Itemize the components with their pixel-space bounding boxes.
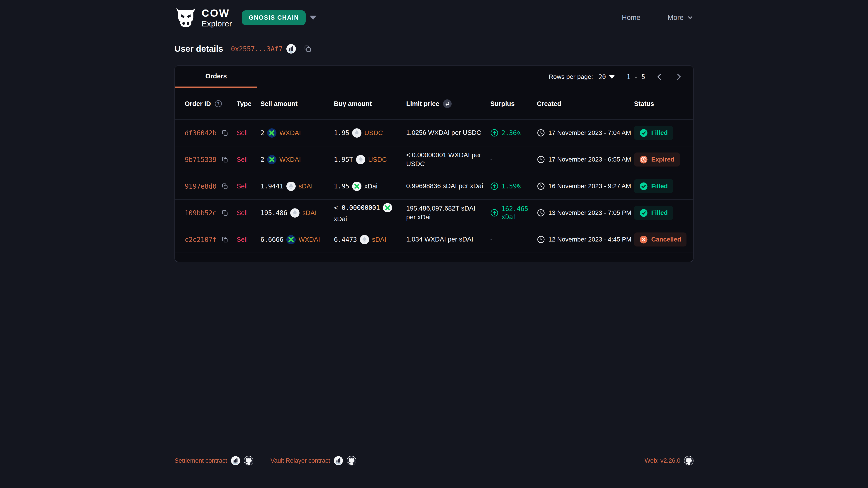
dropdown-arrow-icon: [609, 75, 615, 79]
blockscout-icon[interactable]: [334, 456, 343, 465]
column-header-surplus: Surplus: [490, 100, 537, 107]
limit-price-cell: < 0.00000001 WXDAI per USDC: [406, 151, 490, 168]
limit-price-cell: 195,486,097.682T sDAI per xDai: [406, 204, 490, 222]
buy-amount-cell: 1.95USDC: [334, 128, 406, 138]
nav-item-more[interactable]: More: [668, 13, 693, 22]
web-version-link[interactable]: Web: v2.26.0: [645, 457, 680, 464]
clock-icon: [537, 235, 545, 243]
page-range: 1 - 5: [627, 73, 645, 80]
check-circle-icon: [640, 182, 648, 191]
nav-item-home[interactable]: Home: [622, 13, 641, 22]
brand-text: COW Explorer: [202, 8, 232, 28]
order-row: c2c2107fSell6.6666WXDAI6.4473sDAI1.034 W…: [175, 226, 693, 253]
limit-price-cell: 1.0256 WXDAI per USDC: [406, 128, 490, 137]
surplus-up-icon: [490, 182, 498, 190]
order-row: 9b715339Sell2WXDAI1.95TUSDC< 0.00000001 …: [175, 147, 693, 173]
amount-value: < 0.00000001: [334, 204, 380, 212]
github-icon[interactable]: [684, 456, 693, 465]
token-usdc-link[interactable]: USDC: [364, 129, 383, 137]
status-badge: Expired: [634, 153, 680, 166]
order-id-cell: 109bb52c: [185, 209, 237, 217]
sell-amount-cell: 2WXDAI: [260, 155, 334, 164]
orders-card: Orders Rows per page: 20 1 - 5 Order ID?…: [175, 66, 693, 262]
token-wxdai-link[interactable]: WXDAI: [299, 236, 320, 243]
amount-value: 195.486: [260, 209, 287, 217]
chevron-left-icon[interactable]: [655, 72, 664, 81]
cancelled-x-icon: [640, 235, 648, 244]
invert-price-button[interactable]: [443, 99, 452, 108]
status-cell: Expired: [634, 153, 683, 166]
buy-amount-cell: 1.95xDai: [334, 182, 406, 191]
order-id-link[interactable]: df36042b: [185, 129, 217, 137]
xdai-token-icon: [352, 182, 362, 191]
chevron-right-icon[interactable]: [674, 72, 683, 81]
blockscout-explorer-link[interactable]: [283, 44, 296, 54]
column-header-status: Status: [634, 100, 683, 107]
chevron-down-icon: [687, 14, 693, 21]
amount-value: 1.95: [334, 182, 349, 190]
token-usdc-link[interactable]: USDC: [368, 156, 387, 163]
copy-address-button[interactable]: [304, 45, 312, 53]
network-badge[interactable]: GNOSIS CHAIN: [242, 10, 306, 25]
help-icon[interactable]: ?: [215, 100, 222, 107]
check-circle-icon: [640, 209, 648, 217]
order-row: 9197e8d0Sell1.9441sDAI1.95xDai0.99698836…: [175, 173, 693, 200]
copy-order-id-button[interactable]: [221, 183, 228, 190]
rows-per-page-value: 20: [598, 73, 606, 80]
rows-per-page-select[interactable]: 20: [598, 73, 615, 80]
user-address-link[interactable]: 0x2557...3Af7: [231, 45, 282, 53]
token-wxdai-link[interactable]: WXDAI: [279, 129, 301, 137]
page-footer: Settlement contract Vault Relayer contra…: [0, 456, 868, 465]
rows-per-page-label: Rows per page:: [549, 73, 593, 80]
column-header-created: Created: [537, 100, 634, 107]
copy-order-id-button[interactable]: [221, 209, 228, 217]
token-xdai-link: xDai: [364, 183, 377, 190]
wxdai-token-icon: [286, 235, 296, 244]
sdai-token-icon: [290, 208, 300, 218]
amount-value: 1.9441: [260, 182, 283, 190]
order-id-link[interactable]: c2c2107f: [185, 236, 217, 243]
chevron-down-icon[interactable]: [310, 15, 316, 20]
usdc-token-icon: [356, 155, 365, 164]
token-sdai-link[interactable]: sDAI: [303, 209, 317, 217]
order-id-link[interactable]: 9b715339: [185, 156, 217, 164]
tab-orders[interactable]: Orders: [175, 66, 257, 88]
brand-subtitle: Explorer: [202, 20, 232, 28]
token-sdai-link[interactable]: sDAI: [372, 236, 386, 243]
card-bottom-padding: [175, 253, 693, 262]
order-id-link[interactable]: 9197e8d0: [185, 182, 217, 190]
nav-home-label: Home: [622, 13, 641, 22]
copy-order-id-button[interactable]: [221, 236, 228, 243]
created-cell: 16 November 2023 - 9:27 AM: [537, 182, 634, 190]
status-cell: Filled: [634, 206, 683, 220]
order-id-link[interactable]: 109bb52c: [185, 209, 217, 217]
token-sdai-link[interactable]: sDAI: [299, 183, 313, 190]
buy-amount-cell: < 0.00000001xDai: [334, 203, 406, 223]
copy-order-id-button[interactable]: [221, 129, 228, 136]
copy-order-id-button[interactable]: [221, 156, 228, 163]
cow-logo-icon: [175, 8, 197, 28]
amount-value: 1.95T: [334, 156, 353, 163]
order-type-cell: Sell: [237, 236, 260, 243]
column-header-buy-amount: Buy amount: [334, 100, 406, 107]
table-header-row: Order ID?TypeSell amountBuy amountLimit …: [175, 88, 693, 120]
github-icon[interactable]: [347, 456, 356, 465]
vault-relayer-contract-link[interactable]: Vault Relayer contract: [271, 457, 330, 464]
card-toolbar: Orders Rows per page: 20 1 - 5: [175, 66, 693, 88]
status-badge: Filled: [634, 179, 673, 193]
settlement-contract-link[interactable]: Settlement contract: [175, 457, 227, 464]
order-id-cell: 9197e8d0: [185, 182, 237, 190]
created-cell: 17 November 2023 - 6:55 AM: [537, 156, 634, 164]
token-wxdai-link[interactable]: WXDAI: [279, 156, 301, 163]
surplus-cell: 2.36%: [490, 129, 537, 137]
blockscout-icon[interactable]: [231, 456, 240, 465]
status-cell: Filled: [634, 179, 683, 193]
surplus-up-icon: [490, 129, 498, 137]
cow-explorer-logo[interactable]: COW Explorer: [175, 8, 232, 28]
limit-price-cell: 1.034 WXDAI per sDAI: [406, 235, 490, 244]
svg-text:?: ?: [217, 101, 220, 106]
network-selector[interactable]: GNOSIS CHAIN: [242, 10, 316, 25]
github-icon[interactable]: [244, 456, 253, 465]
sell-amount-cell: 2WXDAI: [260, 128, 334, 138]
surplus-cell: -: [490, 156, 537, 163]
